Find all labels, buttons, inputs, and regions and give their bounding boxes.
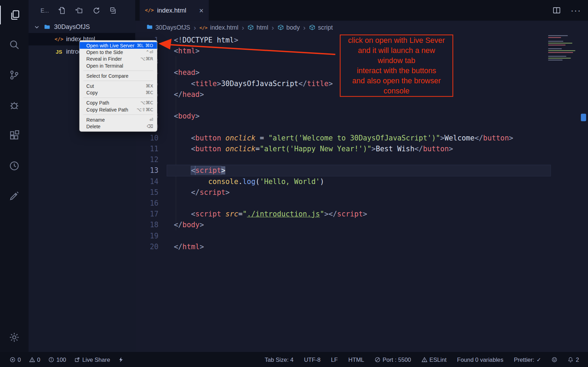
- menu-item-rename[interactable]: Rename⏎: [80, 116, 157, 123]
- code-line-12[interactable]: [167, 154, 550, 165]
- code-line-19[interactable]: [167, 230, 550, 241]
- bell-icon: [568, 357, 573, 362]
- chevron-right-icon: ›: [242, 23, 244, 32]
- notifications-bell[interactable]: 2: [568, 356, 579, 363]
- live-server-port[interactable]: Port : 5500: [375, 356, 411, 363]
- breadcrumb-item-file[interactable]: </> index.html: [199, 24, 239, 31]
- annotation-text: window tab: [341, 55, 453, 66]
- eslint-status[interactable]: ESLint: [422, 356, 447, 363]
- encoding-indicator[interactable]: UTF-8: [304, 356, 321, 363]
- line-number: 17: [135, 209, 159, 220]
- bolt-icon[interactable]: [118, 357, 124, 362]
- code-line-16[interactable]: [167, 198, 550, 208]
- menu-item-open-to-the-side[interactable]: Open to the Side⌃⏎: [80, 49, 157, 55]
- problems-errors[interactable]: 0: [10, 356, 21, 363]
- more-actions-icon[interactable]: ···: [571, 6, 581, 15]
- menu-separator: [83, 98, 153, 98]
- menu-item-open-with-live-server[interactable]: Open with Live Server⌘L ⌘O: [80, 42, 157, 49]
- status-right: Tab Size: 4 UTF-8 LF HTML Port : 5500 ES…: [254, 356, 579, 363]
- code-line-17[interactable]: <script src="./introduction.js"></script…: [167, 209, 550, 220]
- code-line-8[interactable]: <body>: [167, 111, 550, 122]
- smiley-icon: [552, 357, 557, 362]
- html-file-icon: </>: [145, 8, 154, 13]
- chevron-right-icon: ›: [272, 23, 274, 32]
- annotation-text: and also open the browser: [341, 76, 453, 86]
- scrollbar-marker: [581, 114, 586, 121]
- variables-indicator[interactable]: Found 0 variables: [457, 356, 504, 363]
- info-count[interactable]: 100: [48, 356, 66, 363]
- breadcrumb-item-script[interactable]: script: [309, 24, 333, 31]
- activity-bar: [0, 0, 29, 352]
- search-icon[interactable]: [0, 35, 29, 54]
- minimap[interactable]: [546, 35, 580, 61]
- tab-size-indicator[interactable]: Tab Size: 4: [265, 356, 294, 363]
- menu-item-open-in-terminal[interactable]: Open in Terminal: [80, 62, 157, 69]
- menu-separator: [83, 114, 153, 115]
- source-control-icon[interactable]: [0, 66, 29, 84]
- line-number: 20: [135, 241, 159, 252]
- menu-item-delete[interactable]: Delete⌫: [80, 123, 157, 130]
- pen-icon[interactable]: [0, 186, 29, 205]
- chevron-down-icon: [34, 24, 42, 30]
- refresh-icon[interactable]: [92, 6, 100, 15]
- run-debug-icon[interactable]: [0, 96, 29, 115]
- line-number: 12: [135, 154, 159, 165]
- tab-index-html[interactable]: </> index.html ×: [140, 0, 209, 21]
- live-share-button[interactable]: Live Share: [74, 356, 110, 363]
- menu-item-copy[interactable]: Copy⌘C: [80, 89, 157, 96]
- annotation-text: interact with the buttons: [341, 66, 453, 76]
- code-line-15[interactable]: </script>: [167, 187, 550, 198]
- line-number: 16: [135, 198, 159, 208]
- language-mode-indicator[interactable]: HTML: [348, 356, 364, 363]
- problems-warnings[interactable]: 0: [29, 356, 40, 363]
- menu-item-copy-relative-path[interactable]: Copy Relative Path⌥⇧⌘C: [80, 106, 157, 113]
- annotation-text: click on open with Live Sever: [341, 35, 453, 45]
- collapse-all-icon[interactable]: [109, 6, 118, 15]
- code-line-9[interactable]: [167, 122, 550, 132]
- line-number: 15: [135, 187, 159, 198]
- live-share-icon: [74, 357, 80, 362]
- feedback-smiley[interactable]: [552, 357, 557, 362]
- js-file-icon: JS: [54, 48, 64, 54]
- breadcrumb-label: html: [257, 24, 269, 31]
- line-number: 18: [135, 220, 159, 230]
- code-line-14[interactable]: console.log('Hello, World'): [167, 176, 550, 187]
- line-number: 10: [135, 132, 159, 143]
- close-icon[interactable]: ×: [199, 7, 204, 14]
- folder-label: 30DaysOfJS: [54, 23, 90, 31]
- explorer-icon[interactable]: [0, 6, 29, 24]
- settings-gear-icon[interactable]: [0, 328, 29, 347]
- eol-indicator[interactable]: LF: [331, 356, 338, 363]
- symbol-cube-icon: [309, 24, 315, 31]
- code-line-20[interactable]: </html>: [167, 241, 550, 252]
- explorer-header-label: E...: [40, 7, 49, 13]
- timeline-clock-icon[interactable]: [0, 156, 29, 175]
- new-file-icon[interactable]: [57, 6, 66, 15]
- code-line-18[interactable]: </body>: [167, 220, 550, 230]
- menu-item-cut[interactable]: Cut⌘X: [80, 83, 157, 89]
- folder-row-30daysofjs[interactable]: 30DaysOfJS: [29, 21, 135, 33]
- line-number: 19: [135, 230, 159, 241]
- breadcrumb-item-html[interactable]: html: [248, 24, 268, 31]
- breadcrumb-label: index.html: [210, 24, 239, 31]
- warning-triangle-icon: [422, 357, 427, 362]
- tab-title: index.html: [157, 7, 199, 14]
- breadcrumb-label: body: [286, 24, 300, 31]
- breadcrumb: 30DaysOfJS › </> index.html › html › bod…: [135, 21, 588, 35]
- line-number: 11: [135, 143, 159, 154]
- breadcrumb-item-folder[interactable]: 30DaysOfJS: [146, 24, 190, 32]
- annotation-text: console: [341, 86, 453, 96]
- extensions-icon[interactable]: [0, 126, 29, 145]
- code-line-10[interactable]: <button onclick = "alert('Welcome to 30D…: [167, 132, 550, 143]
- menu-separator: [83, 70, 153, 71]
- menu-item-reveal-in-finder[interactable]: Reveal in Finder⌥⌘R: [80, 55, 157, 62]
- split-editor-icon[interactable]: [552, 6, 561, 15]
- code-line-7[interactable]: [167, 100, 550, 110]
- new-folder-icon[interactable]: [75, 6, 83, 15]
- code-line-13[interactable]: <script>: [167, 165, 550, 176]
- breadcrumb-item-body[interactable]: body: [277, 24, 300, 31]
- code-line-11[interactable]: <button onclick="alert('Happy New Year!'…: [167, 143, 550, 154]
- prettier-status[interactable]: Prettier: ✓: [514, 356, 541, 363]
- menu-item-select-for-compare[interactable]: Select for Compare: [80, 72, 157, 79]
- menu-item-copy-path[interactable]: Copy Path⌥⌘C: [80, 99, 157, 106]
